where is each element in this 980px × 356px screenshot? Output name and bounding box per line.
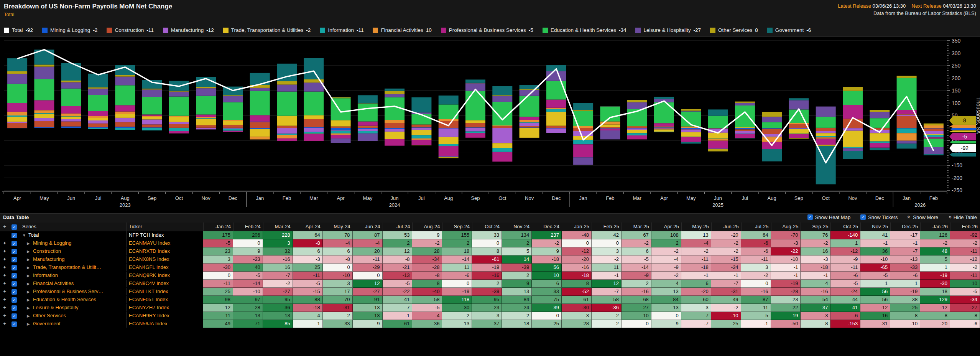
legend-item[interactable]: Manufacturing-12 (163, 27, 214, 33)
row-checkbox[interactable]: ✓ (9, 296, 19, 303)
month-column-header[interactable]: Apr-24 (293, 222, 323, 231)
expand-arrow-icon[interactable]: ▶ (22, 264, 33, 271)
legend-item[interactable]: Leisure & Hospitality-27 (635, 27, 701, 33)
month-column-header[interactable]: Jul-25 (741, 222, 771, 231)
table-row-series-label[interactable]: ▶Mining & Logging (19, 239, 127, 247)
row-checkbox[interactable]: ✓ (9, 304, 19, 312)
row-checkbox[interactable]: ✓ (9, 288, 19, 295)
legend-item[interactable]: Mining & Logging-2 (42, 27, 97, 33)
chart-area[interactable]: 350300250200150100500-50-100-150-200-250… (0, 37, 980, 213)
drag-handle-icon[interactable]: ✦ (0, 288, 9, 295)
month-column-header[interactable]: Nov-24 (502, 222, 532, 231)
row-checkbox[interactable]: ✓ (9, 239, 19, 247)
expand-arrow-icon[interactable]: ▶ (22, 272, 33, 279)
table-row-series-label[interactable]: ▶Education & Health Services (19, 296, 127, 303)
month-column-header[interactable]: Nov-25 (860, 222, 890, 231)
payrolls-chart[interactable]: 350300250200150100500-50-100-150-200-250… (0, 37, 980, 213)
drag-handle-icon[interactable]: ✦ (0, 264, 9, 271)
show-more-button[interactable]: « Show More (908, 214, 938, 220)
expand-arrow-icon[interactable]: ▶ (22, 304, 33, 312)
month-column-header[interactable]: May-25 (681, 222, 711, 231)
drag-handle-icon[interactable]: ✦ (0, 320, 9, 328)
legend-item[interactable]: Construction-11 (107, 27, 153, 33)
table-row-series-label[interactable]: ▶Professional & Business Serv… (19, 288, 127, 295)
month-column-header[interactable]: Jan-26 (920, 222, 950, 231)
column-header-ticker[interactable]: Ticker (127, 222, 203, 231)
table-row-series-label[interactable]: ▶Manufacturing (19, 255, 127, 263)
table-row-series-label[interactable]: ▼Total (19, 231, 127, 239)
month-column-header[interactable]: Dec-25 (890, 222, 920, 231)
month-column-header[interactable]: Mar-24 (263, 222, 293, 231)
bar-segment (277, 135, 297, 138)
expand-arrow-icon[interactable]: ▶ (22, 256, 33, 263)
table-row-series-label[interactable]: ▶Information (19, 272, 127, 279)
month-column-header[interactable]: Sep-25 (801, 222, 830, 231)
row-checkbox[interactable]: ✓ (9, 247, 19, 255)
month-column-header[interactable]: Jan-25 (562, 222, 592, 231)
table-row-series-label[interactable]: ▶Construction (19, 247, 127, 255)
drag-handle-icon[interactable]: ✦ (0, 272, 9, 279)
drag-handle-icon[interactable]: ✦ (0, 255, 9, 263)
legend-item[interactable]: Financial Activities10 (373, 27, 431, 33)
table-row-series-label[interactable]: ▶Other Services (19, 312, 127, 320)
month-column-header[interactable]: Sep-24 (442, 222, 472, 231)
expand-arrow-icon[interactable]: ▶ (22, 240, 33, 247)
collapse-arrow-icon[interactable]: ▼ (22, 232, 28, 239)
month-column-header[interactable]: Jan-24 (203, 222, 233, 231)
month-column-header[interactable]: Apr-25 (651, 222, 681, 231)
legend-item[interactable]: Total-92 (4, 27, 33, 33)
bar-segment (169, 131, 189, 134)
month-column-header[interactable]: Feb-26 (950, 222, 980, 231)
month-column-header[interactable]: Dec-24 (532, 222, 562, 231)
hide-table-button[interactable]: « Hide Table (948, 214, 977, 220)
table-row-series-label[interactable]: ▶Trade, Transportation & Utilit… (19, 264, 127, 271)
checkbox-checked-icon[interactable]: ✓ (807, 214, 813, 220)
row-checkbox[interactable]: ✓ (9, 255, 19, 263)
legend-item[interactable]: Education & Health Services-34 (543, 27, 626, 33)
row-checkbox[interactable]: ✓ (9, 312, 19, 320)
drag-handle-icon[interactable]: ✦ (0, 239, 9, 247)
table-row-series-label[interactable]: ▶Government (19, 320, 127, 328)
expand-arrow-icon[interactable]: ▶ (22, 280, 33, 287)
expand-arrow-icon[interactable]: ▶ (22, 296, 33, 303)
drag-handle-icon[interactable]: ✦ (0, 280, 9, 287)
table-row-series-label[interactable]: ▶Leisure & Hospitality (19, 304, 127, 312)
month-column-header[interactable]: Oct-24 (472, 222, 502, 231)
expand-arrow-icon[interactable]: ▶ (22, 312, 33, 320)
row-checkbox[interactable]: ✓ (9, 231, 19, 239)
legend-item[interactable]: Trade, Transportation & Utilities-2 (223, 27, 311, 33)
table-row-series-label[interactable]: ▶Financial Activities (19, 280, 127, 287)
column-header-series[interactable]: Series (19, 222, 127, 231)
month-column-header[interactable]: Mar-25 (622, 222, 651, 231)
drag-handle-icon[interactable]: ✦ (0, 296, 9, 303)
drag-handle-icon[interactable]: ✦ (0, 312, 9, 320)
show-heatmap-toggle[interactable]: ✓ Show Heat Map (807, 214, 851, 220)
month-column-header[interactable]: May-24 (323, 222, 353, 231)
heat-cell: -11 (830, 264, 860, 272)
drag-handle-icon[interactable]: ✦ (0, 247, 9, 255)
month-column-header[interactable]: Feb-25 (592, 222, 622, 231)
month-column-header[interactable]: Jun-24 (353, 222, 383, 231)
show-tickers-toggle[interactable]: ✓ Show Tickers (860, 214, 898, 220)
legend-item[interactable]: Government-6 (767, 27, 811, 33)
expand-arrow-icon[interactable]: ▶ (22, 248, 33, 255)
row-checkbox[interactable]: ✓ (9, 272, 19, 279)
drag-handle-icon[interactable]: ✦ (0, 222, 9, 231)
checkbox-checked-icon[interactable]: ✓ (860, 214, 866, 220)
row-checkbox[interactable]: ✓ (9, 264, 19, 271)
month-column-header[interactable]: Feb-24 (233, 222, 263, 231)
legend-item[interactable]: Professional & Business Services-5 (441, 27, 533, 33)
month-column-header[interactable]: Jul-24 (383, 222, 413, 231)
header-checkbox[interactable]: ✓ (9, 222, 19, 231)
legend-item[interactable]: Other Services8 (710, 27, 758, 33)
month-column-header[interactable]: Jun-25 (711, 222, 741, 231)
legend-item[interactable]: Information-11 (320, 27, 363, 33)
expand-arrow-icon[interactable]: ▶ (22, 320, 33, 328)
expand-arrow-icon[interactable]: ▶ (22, 288, 33, 295)
month-column-header[interactable]: Aug-25 (771, 222, 801, 231)
month-column-header[interactable]: Aug-24 (412, 222, 442, 231)
month-column-header[interactable]: Oct-25 (830, 222, 860, 231)
drag-handle-icon[interactable]: ✦ (0, 304, 9, 312)
row-checkbox[interactable]: ✓ (9, 320, 19, 328)
row-checkbox[interactable]: ✓ (9, 280, 19, 287)
